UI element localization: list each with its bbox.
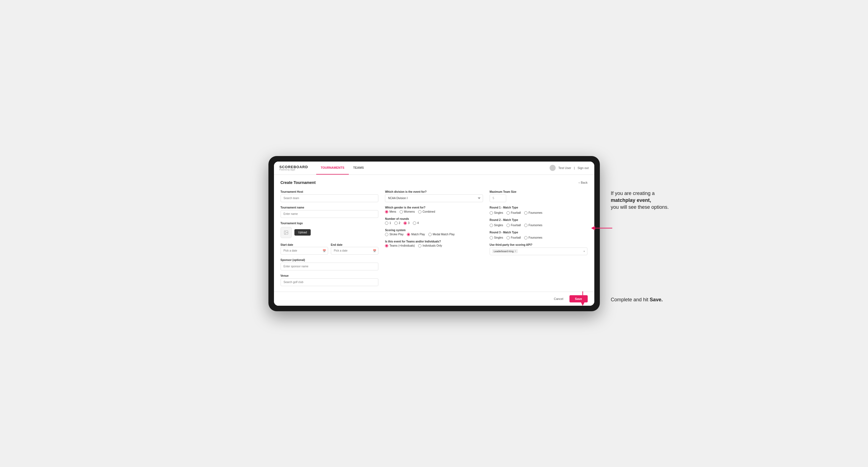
end-date-label: End date [331,243,342,246]
annotation-text-3: you will see these options. [611,205,669,210]
api-remove-icon[interactable]: × [515,250,516,253]
avatar [550,165,556,171]
gender-field: Which gender is the event for? Mens [385,206,483,214]
rounds-3-label: 3 [408,221,409,224]
round3-label: Round 3 - Match Type [490,231,588,234]
round1-label: Round 1 - Match Type [490,206,588,209]
start-date-group: Start date 📅 [281,242,328,255]
division-select[interactable]: NCAA Division I [385,194,483,202]
scoring-medal-label: Medal Match Play [433,233,455,236]
round2-fourball[interactable]: Fourball [506,224,521,227]
gender-mens[interactable]: Mens [385,210,396,214]
end-date-group: End date 📅 [331,242,378,255]
sponsor-label: Sponsor (optional) [281,258,379,261]
scoring-stroke[interactable]: Stroke Play [385,233,403,236]
teams-radio-group: Teams (+Individuals) Individuals Only [385,244,483,247]
gender-combined[interactable]: Combined [418,210,435,214]
end-date-input[interactable] [331,247,378,255]
rounds-radio-group: 1 2 3 [385,221,483,225]
tournament-logo-field: Tournament logo [281,222,379,238]
sign-out-link[interactable]: Sign out [578,166,589,169]
nav-tournaments[interactable]: TOURNAMENTS [316,161,348,175]
calendar-icon: 📅 [322,249,326,252]
api-label: Use third-party live scoring API? [490,243,588,246]
round1-singles-label: Singles [494,211,503,214]
round2-singles[interactable]: Singles [490,224,503,227]
round3-fourball[interactable]: Fourball [506,236,521,240]
top-nav: SCOREBOARD Powered by clippit TOURNAMENT… [274,161,594,175]
rounds-4-label: 4 [417,221,419,224]
start-date-wrapper: 📅 [281,247,328,255]
round1-radio-group: Singles Fourball Foursomes [490,211,588,215]
page-content: Create Tournament ‹ Back Tourna [274,175,594,292]
round3-foursomes-label: Foursomes [529,236,542,239]
nav-teams[interactable]: TEAMS [349,161,368,175]
app-shell: SCOREBOARD Powered by clippit TOURNAMENT… [274,161,594,306]
upload-button[interactable]: Upload [294,229,311,236]
round1-fourball-label: Fourball [511,211,521,214]
max-team-size-field: Maximum Team Size [490,190,588,202]
api-field: Use third-party live scoring API? Leader… [490,243,588,255]
brand-sub: Powered by clippit [279,169,308,171]
teams-label: Is this event for Teams and/or Individua… [385,240,483,243]
teams-individuals[interactable]: Individuals Only [418,244,442,247]
scoring-field: Scoring system Stroke Play M [385,229,483,236]
rounds-label: Number of rounds [385,217,483,220]
venue-label: Venue [281,274,379,277]
scoring-stroke-label: Stroke Play [390,233,403,236]
teams-field: Is this event for Teams and/or Individua… [385,240,483,247]
nav-separator: | [574,166,575,169]
rounds-4[interactable]: 4 [413,221,419,225]
venue-field: Venue [281,274,379,286]
division-label: Which division is the event for? [385,190,483,193]
venue-input[interactable] [281,278,379,286]
tournament-host-label: Tournament Host [281,190,379,193]
sponsor-field: Sponsor (optional) [281,258,379,270]
form-columns: Tournament Host Tournament name Tourname… [281,190,588,286]
rounds-1[interactable]: 1 [385,221,391,225]
tournament-name-input[interactable] [281,210,379,218]
rounds-field: Number of rounds 1 2 [385,217,483,225]
round3-foursomes[interactable]: Foursomes [524,236,542,240]
round1-foursomes[interactable]: Foursomes [524,211,542,215]
teams-teams[interactable]: Teams (+Individuals) [385,244,415,247]
round1-fourball[interactable]: Fourball [506,211,521,215]
gender-label: Which gender is the event for? [385,206,483,209]
date-fields-row: Start date 📅 End date [281,242,379,255]
round2-foursomes[interactable]: Foursomes [524,224,542,227]
page-title: Create Tournament [281,180,316,185]
main-nav: TOURNAMENTS TEAMS [316,161,368,175]
rounds-1-label: 1 [390,221,391,224]
round2-section: Round 2 - Match Type Singles [490,218,588,227]
sponsor-input[interactable] [281,262,379,270]
tablet-frame: SCOREBOARD Powered by clippit TOURNAMENT… [269,156,600,311]
annotation-text-1: If you are creating a [611,191,655,196]
start-date-input[interactable] [281,247,328,255]
rounds-2-label: 2 [399,221,400,224]
api-chevron-icon: ▾ [584,250,585,253]
back-button[interactable]: ‹ Back [579,181,587,184]
annotation-text-2: matchplay event, [611,197,651,203]
round3-singles[interactable]: Singles [490,236,503,240]
scoring-medal[interactable]: Medal Match Play [428,233,455,236]
round1-foursomes-label: Foursomes [529,211,542,214]
cancel-button[interactable]: Cancel [551,295,567,302]
tablet-screen: SCOREBOARD Powered by clippit TOURNAMENT… [274,161,594,306]
tournament-host-input[interactable] [281,194,379,202]
nav-right: Test User | Sign out [550,165,589,171]
rounds-2[interactable]: 2 [394,221,400,225]
api-select-wrapper[interactable]: Leaderboard King × ▾ [490,247,588,255]
gender-womens[interactable]: Womens [400,210,415,214]
scoring-match-label: Match Play [411,233,425,236]
round3-fourball-label: Fourball [511,236,521,239]
max-team-size-input[interactable] [490,194,506,202]
tournament-name-label: Tournament name [281,206,379,209]
logo-upload-area: Upload [281,227,379,238]
tournament-name-field: Tournament name [281,206,379,218]
logo-placeholder [281,227,291,238]
annotation-matchplay: If you are creating a matchplay event, y… [611,190,672,211]
round2-foursomes-label: Foursomes [529,224,542,227]
rounds-3[interactable]: 3 [403,221,409,225]
round1-singles[interactable]: Singles [490,211,503,215]
scoring-match[interactable]: Match Play [407,233,425,236]
